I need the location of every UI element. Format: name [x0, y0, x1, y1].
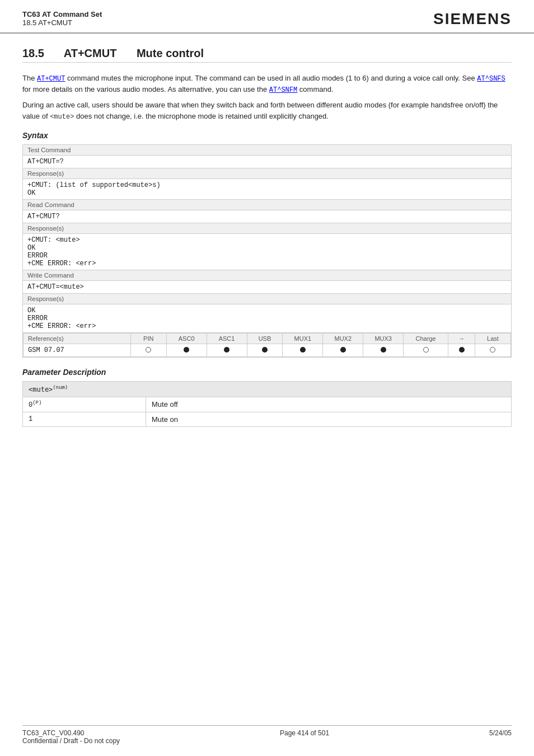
param-row-0: 0(P) Mute off — [23, 397, 512, 412]
test-command-label: Test Command — [23, 144, 512, 155]
write-command-row: AT+CMUT=<mute> — [23, 280, 512, 293]
ref-mux2-val — [323, 344, 363, 356]
siemens-logo: SIEMENS — [433, 10, 512, 28]
test-response-row: +CMUT: (list of supported<mute>s)OK — [23, 179, 512, 199]
ref-col-arrow: → — [448, 333, 475, 344]
ref-label-row: Reference(s) PIN ASC0 ASC1 USB MUX1 MUX2… — [23, 332, 512, 357]
section-command: AT+CMUT — [64, 47, 117, 59]
intro-para2-text2: does not change, i.e. the microphone mod… — [74, 112, 329, 120]
mute-code-ref: <mute> — [50, 113, 74, 121]
circle-filled-mux1 — [300, 347, 306, 353]
ref-col-mux1: MUX1 — [283, 333, 323, 344]
ref-col-mux2: MUX2 — [323, 333, 363, 344]
ref-usb-val — [247, 344, 283, 356]
ref-col-last: Last — [475, 333, 510, 344]
page-footer: TC63_ATC_V00.490 Confidential / Draft - … — [22, 725, 512, 745]
ref-col-headers: Reference(s) PIN ASC0 ASC1 USB MUX1 MUX2… — [24, 333, 511, 344]
ref-pin-val — [130, 344, 166, 356]
test-response-code: +CMUT: (list of supported<mute>s)OK — [23, 179, 512, 199]
page-header: TC63 AT Command Set 18.5 AT+CMUT SIEMENS — [0, 0, 534, 34]
intro-text-3: for more details on the various audio mo… — [22, 85, 269, 93]
header-subtitle: 18.5 AT+CMUT — [22, 18, 102, 27]
intro-text-4: command. — [297, 85, 333, 93]
write-response-row: OKERROR+CME ERROR: <err> — [23, 304, 512, 332]
param-row-1: 1 Mute on — [23, 412, 512, 426]
param-heading: Parameter Description — [22, 368, 512, 377]
read-response-label: Response(s) — [23, 223, 512, 233]
page-container: TC63 AT Command Set 18.5 AT+CMUT SIEMENS… — [0, 0, 534, 756]
header-title: TC63 AT Command Set — [22, 10, 102, 18]
main-content: 18.5 AT+CMUT Mute control The AT+CMUT co… — [0, 36, 534, 438]
ref-gsm-name: GSM 07.07 — [24, 344, 131, 356]
write-response-label: Response(s) — [23, 293, 512, 304]
at-cmut-link: AT+CMUT — [37, 75, 65, 83]
circle-filled-mux2 — [340, 347, 346, 353]
ref-col-pin: PIN — [130, 333, 166, 344]
read-command-label-row: Read Command — [23, 199, 512, 210]
test-response-label-row: Response(s) — [23, 168, 512, 179]
test-command-label-row: Test Command — [23, 144, 512, 155]
ref-last-val — [475, 344, 510, 356]
read-response-code: +CMUT: <mute>OKERROR+CME ERROR: <err> — [23, 233, 512, 270]
ref-col-usb: USB — [247, 333, 283, 344]
section-heading: 18.5 AT+CMUT Mute control — [22, 47, 512, 63]
test-response-label: Response(s) — [23, 168, 512, 179]
section-title: Mute control — [137, 47, 204, 59]
intro-para2: During an active call, users should be a… — [22, 100, 512, 122]
test-command-code: AT+CMUT=? — [23, 155, 512, 168]
ref-col-asc0: ASC0 — [166, 333, 207, 344]
ref-mux1-val — [283, 344, 323, 356]
circle-empty-charge — [423, 347, 429, 353]
read-command-label: Read Command — [23, 199, 512, 210]
circle-empty-pin — [146, 347, 151, 353]
read-response-label-row: Response(s) — [23, 223, 512, 233]
param-header-row: <mute>(num) — [23, 381, 512, 397]
ref-asc1-val — [207, 344, 247, 356]
ref-mux3-val — [363, 344, 404, 356]
footer-confidential: Confidential / Draft - Do not copy — [22, 737, 120, 745]
test-command-row: AT+CMUT=? — [23, 155, 512, 168]
circle-filled-usb — [262, 347, 268, 353]
param-value-1: 1 — [23, 412, 146, 426]
footer-page: Page 414 of 501 — [280, 729, 329, 745]
footer-doc-id: TC63_ATC_V00.490 — [22, 729, 120, 737]
syntax-table: Test Command AT+CMUT=? Response(s) +CMUT… — [22, 144, 512, 358]
param-value-0: 0(P) — [23, 397, 146, 412]
param-desc-0: Mute off — [146, 397, 512, 412]
write-response-code: OKERROR+CME ERROR: <err> — [23, 304, 512, 332]
write-command-label-row: Write Command — [23, 270, 512, 280]
write-command-label: Write Command — [23, 270, 512, 280]
intro-text-1: The — [22, 74, 37, 82]
ref-arrow-val — [448, 344, 475, 356]
ref-col-asc1: ASC1 — [207, 333, 247, 344]
ref-asc0-val — [166, 344, 207, 356]
ref-col-charge: Charge — [404, 333, 448, 344]
footer-date: 5/24/05 — [489, 729, 512, 745]
read-command-row: AT+CMUT? — [23, 210, 512, 223]
write-command-code: AT+CMUT=<mute> — [23, 280, 512, 293]
footer-left: TC63_ATC_V00.490 Confidential / Draft - … — [22, 729, 120, 745]
intro-para1: The AT+CMUT command mutes the microphone… — [22, 73, 512, 95]
param-table: <mute>(num) 0(P) Mute off 1 Mute on — [22, 381, 512, 427]
param-header-cell: <mute>(num) — [23, 381, 512, 397]
ref-col-label: Reference(s) — [24, 333, 131, 344]
at-snfm-link: AT^SNFM — [269, 86, 297, 94]
at-snfs-link: AT^SNFS — [477, 75, 505, 83]
ref-col-mux3: MUX3 — [363, 333, 404, 344]
read-response-row: +CMUT: <mute>OKERROR+CME ERROR: <err> — [23, 233, 512, 270]
section-number: 18.5 — [22, 47, 44, 59]
read-command-code: AT+CMUT? — [23, 210, 512, 223]
circle-filled-mux3 — [381, 347, 386, 353]
intro-text-2: command mutes the microphone input. The … — [65, 74, 477, 82]
ref-table: Reference(s) PIN ASC0 ASC1 USB MUX1 MUX2… — [23, 333, 511, 357]
circle-filled-arrow — [459, 347, 465, 353]
circle-empty-last — [490, 347, 495, 353]
ref-value-row-gsm: GSM 07.07 — [24, 344, 511, 356]
circle-filled-asc1 — [224, 347, 229, 353]
circle-filled-asc0 — [184, 347, 189, 353]
ref-charge-val — [404, 344, 448, 356]
write-response-label-row: Response(s) — [23, 293, 512, 304]
param-desc-1: Mute on — [146, 412, 512, 426]
syntax-heading: Syntax — [22, 131, 512, 140]
header-left: TC63 AT Command Set 18.5 AT+CMUT — [22, 10, 102, 27]
